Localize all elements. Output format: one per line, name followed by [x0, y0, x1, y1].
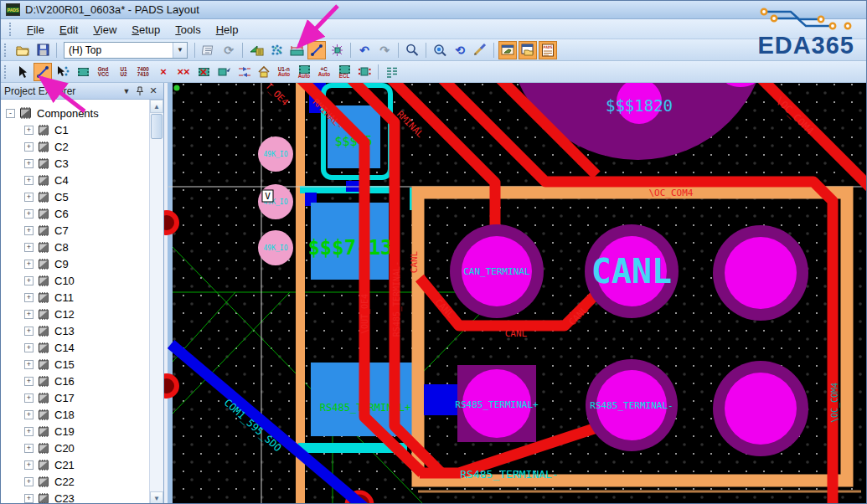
dimension-tool-button[interactable]	[287, 41, 306, 59]
toolbar-drag-handle[interactable]	[9, 23, 13, 36]
auto-swap-button[interactable]: +C Auto	[315, 63, 333, 81]
select-filter-button[interactable]	[54, 63, 72, 81]
delete-traces-button[interactable]: ××	[174, 63, 193, 81]
expand-expander-icon[interactable]: +	[24, 293, 34, 302]
tree-item-component[interactable]: + C3	[6, 155, 149, 172]
redraw-button[interactable]	[471, 41, 489, 59]
nets-view-button[interactable]	[267, 41, 286, 59]
expand-expander-icon[interactable]: +	[24, 276, 34, 285]
tree-item-component[interactable]: + C8	[6, 239, 149, 255]
add-component-button[interactable]	[355, 63, 374, 81]
expand-expander-icon[interactable]: +	[24, 393, 34, 403]
board-view-button[interactable]	[247, 41, 266, 59]
tree-item-component[interactable]: + C12	[6, 306, 149, 322]
menu-item[interactable]: Help	[209, 21, 246, 39]
tree-item-component[interactable]: + C6	[6, 205, 149, 222]
save-button[interactable]	[34, 41, 52, 59]
tree-item-component[interactable]: + C19	[6, 423, 149, 440]
menu-item[interactable]: Setup	[124, 21, 168, 39]
expand-expander-icon[interactable]: +	[24, 494, 34, 503]
delete-component-button[interactable]: ×	[194, 63, 213, 81]
delete-trace-button[interactable]: ×	[154, 63, 173, 81]
u1n-auto-button[interactable]: U1-n Auto	[275, 63, 293, 81]
menu-item[interactable]: Tools	[168, 21, 208, 39]
zoom-window-button[interactable]	[431, 41, 449, 59]
design-toolbox-button[interactable]	[519, 41, 537, 59]
select-arrow-button[interactable]	[13, 63, 32, 81]
menu-item[interactable]: File	[19, 21, 52, 39]
tree-item-component[interactable]: + C1	[6, 121, 149, 138]
netlist-button[interactable]	[383, 63, 401, 81]
expand-expander-icon[interactable]: +	[24, 176, 34, 185]
tree-item-component[interactable]: + C21	[6, 456, 149, 473]
splitter[interactable]	[168, 83, 173, 504]
tree-item-component[interactable]: + C14	[6, 339, 149, 356]
tree-item-component[interactable]: + C23	[6, 490, 149, 504]
radiate-button[interactable]	[328, 41, 346, 59]
open-file-button[interactable]	[13, 41, 32, 59]
expand-expander-icon[interactable]: +	[24, 327, 34, 336]
pan-button[interactable]: ⟲	[451, 41, 469, 59]
expand-expander-icon[interactable]: +	[24, 126, 34, 135]
chevron-down-icon[interactable]: ▼	[173, 43, 187, 58]
expand-expander-icon[interactable]: +	[24, 377, 34, 386]
tree-item-component[interactable]: + C2	[6, 138, 149, 155]
scrollbar-thumb[interactable]	[151, 114, 163, 139]
copper-bar-vertical[interactable]	[296, 83, 305, 504]
expand-expander-icon[interactable]: +	[24, 310, 34, 319]
refresh-button[interactable]: ⟳	[219, 41, 238, 59]
ecl-button[interactable]: ECL	[335, 63, 354, 81]
drafting-toolbox-button[interactable]	[498, 41, 517, 59]
u1-u2-button[interactable]: U1 U2	[114, 63, 132, 81]
home-button[interactable]	[255, 63, 273, 81]
tree-item-component[interactable]: + C18	[6, 406, 149, 423]
properties-button[interactable]	[199, 41, 218, 59]
7400-7410-button[interactable]: 7400 7410	[134, 63, 152, 81]
tree-item-component[interactable]: + C20	[6, 440, 149, 456]
expand-expander-icon[interactable]: +	[24, 477, 34, 486]
scroll-up-icon[interactable]: ▲	[150, 100, 163, 113]
collapse-expander-icon[interactable]: -	[6, 109, 15, 118]
panel-menu-button[interactable]: ▼	[120, 85, 133, 97]
pcb-canvas[interactable]: $$$75 $$$7-13 RS485_TERMINAL+	[164, 83, 867, 504]
add-route-button[interactable]	[307, 41, 326, 59]
expand-expander-icon[interactable]: +	[24, 260, 34, 269]
tree-item-component[interactable]: + C9	[6, 255, 149, 272]
tree-item-component[interactable]: + C15	[6, 356, 149, 373]
undo-button[interactable]: ↶	[355, 41, 374, 59]
expand-expander-icon[interactable]: +	[24, 142, 34, 152]
tree-item-component[interactable]: + C17	[6, 389, 149, 406]
tree-item-component[interactable]: + C16	[6, 373, 149, 389]
pads-router-button[interactable]: PADS	[539, 41, 557, 59]
move-component-button[interactable]	[214, 63, 233, 81]
expand-expander-icon[interactable]: +	[24, 427, 34, 436]
scroll-down-icon[interactable]: ▼	[150, 491, 163, 504]
red-via-edge1[interactable]	[164, 213, 177, 233]
tree-item-component[interactable]: + C11	[6, 289, 149, 306]
close-panel-button[interactable]: ✕	[147, 85, 160, 97]
expand-expander-icon[interactable]: +	[24, 410, 34, 419]
toolbar-drag-handle[interactable]	[4, 44, 8, 57]
gnd-vcc-button[interactable]: Gnd VCC	[94, 63, 112, 81]
tree-item-component[interactable]: + C22	[6, 473, 149, 490]
expand-expander-icon[interactable]: +	[24, 343, 34, 352]
tree-scrollbar[interactable]: ▲ ▼	[149, 100, 163, 504]
tree-root-components[interactable]: - Components	[6, 105, 149, 121]
expand-expander-icon[interactable]: +	[24, 209, 34, 219]
tree-item-component[interactable]: + C7	[6, 222, 149, 239]
expand-expander-icon[interactable]: +	[24, 360, 34, 369]
tree-item-component[interactable]: + C4	[6, 172, 149, 188]
tree-item-component[interactable]: + C5	[6, 188, 149, 205]
redo-button[interactable]: ↷	[375, 41, 394, 59]
route-segment-button[interactable]	[34, 63, 52, 81]
swap-gates-button[interactable]	[235, 63, 253, 81]
expand-expander-icon[interactable]: +	[24, 243, 34, 252]
pin-icon[interactable]	[133, 85, 147, 97]
auto-rename-button[interactable]: Auto	[295, 63, 313, 81]
zoom-tool-button[interactable]	[403, 41, 421, 59]
layer-combobox[interactable]: (H) Top ▼	[64, 42, 188, 59]
menu-item[interactable]: Edit	[52, 21, 85, 39]
expand-expander-icon[interactable]: +	[24, 460, 34, 470]
expand-expander-icon[interactable]: +	[24, 226, 34, 235]
expand-expander-icon[interactable]: +	[24, 193, 34, 202]
